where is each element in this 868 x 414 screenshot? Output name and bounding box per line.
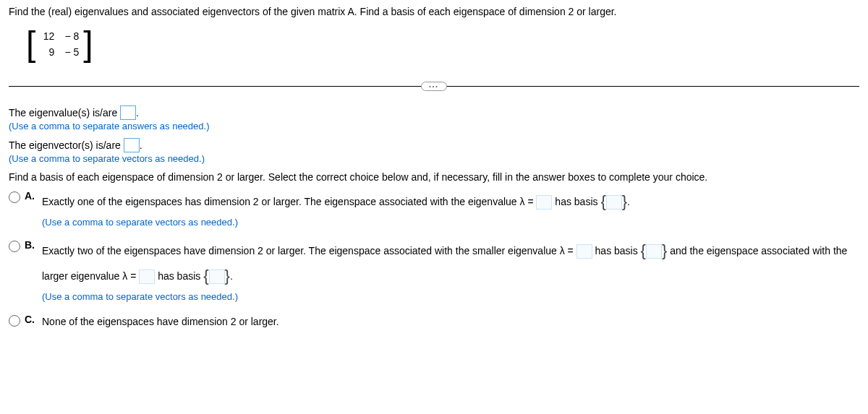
brace-left-icon: { [600,192,605,210]
choice-b-text-1: Exactly two of the eigenspaces have dime… [42,245,576,256]
bracket-left: [ [26,30,35,59]
choice-a-text: Exactly one of the eigenspaces has dimen… [42,190,859,230]
choice-a-label: A. [25,190,38,202]
eigenvalue-prompt-prefix: The eigenvalue(s) is/are [9,107,120,118]
choice-b-text-2: has basis [592,245,641,256]
choice-a-lambda-input[interactable] [536,195,552,210]
choice-a-text-3: . [627,196,630,207]
eigenvector-hint: (Use a comma to separate vectors as need… [9,153,859,164]
eigenvalue-prompt-suffix: . [136,107,139,118]
radio-b[interactable] [9,241,20,252]
matrix-a21: 9 [40,46,54,58]
choice-b-text: Exactly two of the eigenspaces have dime… [42,239,859,305]
choice-b-row: B. Exactly two of the eigenspaces have d… [9,239,859,305]
matrix-content: 12 − 8 9 − 5 [35,29,83,59]
bracket-right: ] [83,30,93,59]
eigenvector-prompt-suffix: . [140,139,142,151]
eigenvalue-input[interactable] [120,105,136,120]
problem-statement: Find the (real) eigenvalues and associat… [9,6,859,17]
choice-b-label: B. [25,239,38,251]
brace-right-icon: } [662,241,667,259]
eigenvector-input[interactable] [124,138,140,152]
eigenvector-prompt-prefix: The eigenvector(s) is/are [9,139,124,151]
choice-b-basis1-input[interactable] [646,244,662,259]
radio-c[interactable] [9,315,20,327]
choice-c-row: C. None of the eigenspaces have dimensio… [9,314,859,329]
choice-b-basis2-input[interactable] [209,269,225,284]
choice-a-row: A. Exactly one of the eigenspaces has di… [9,190,859,230]
eigenvalue-hint: (Use a comma to separate answers as need… [9,121,859,131]
choice-b-lambda2-input[interactable] [139,269,155,284]
brace-right-icon: } [622,192,627,210]
choice-b-hint: (Use a comma to separate vectors as need… [42,290,859,305]
matrix-a11: 12 [40,30,54,42]
choice-a-basis-input[interactable] [606,195,622,210]
matrix-a12: − 8 [64,30,79,42]
choice-c-text: None of the eigenspaces have dimension 2… [42,314,859,329]
choice-b-text-4: has basis [155,270,203,282]
eigenvector-block: The eigenvector(s) is/are . (Use a comma… [9,139,859,164]
choice-c-label: C. [25,314,38,325]
ellipsis-icon[interactable]: ••• [421,82,446,91]
matrix-a: [ 12 − 8 9 − 5 ] [26,29,93,59]
choice-a-text-2: has basis [552,196,600,207]
choice-b-lambda1-input[interactable] [576,244,592,259]
brace-left-icon: { [203,267,208,285]
eigenvalue-block: The eigenvalue(s) is/are . (Use a comma … [9,106,859,131]
brace-left-icon: { [641,241,646,259]
matrix-a22: − 5 [64,46,79,58]
choice-a-hint: (Use a comma to separate vectors as need… [42,215,859,230]
section-separator: ••• [9,81,859,92]
choice-b-text-5: . [230,270,233,282]
basis-prompt: Find a basis of each eigenspace of dimen… [9,171,859,183]
brace-right-icon: } [225,267,230,285]
choice-a-text-1: Exactly one of the eigenspaces has dimen… [42,196,536,207]
radio-a[interactable] [9,191,20,203]
